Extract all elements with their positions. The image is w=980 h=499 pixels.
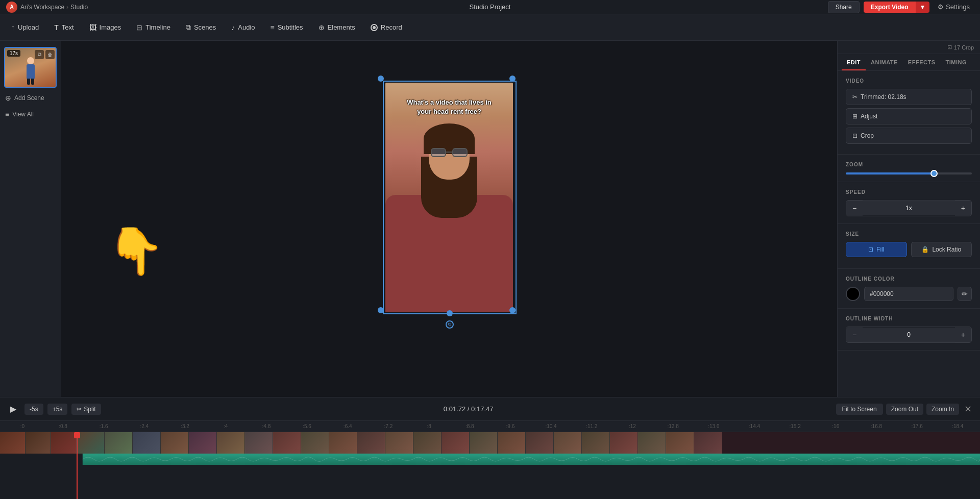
chevron-down-icon: ▼	[920, 4, 926, 11]
export-btn-group: Export Video ▼	[864, 2, 930, 13]
gear-icon: ⚙	[938, 3, 944, 11]
outline-color-swatch[interactable]	[846, 287, 860, 301]
eyedropper-button[interactable]: ✏	[958, 287, 972, 301]
lock-ratio-button[interactable]: 🔒 Lock Ratio	[911, 242, 972, 257]
figure-head	[27, 57, 34, 64]
subtitles-button[interactable]: ≡ Subtitles	[263, 19, 310, 36]
split-button[interactable]: ✂ Split	[71, 404, 101, 415]
ruler-mark: :11.2	[571, 423, 612, 429]
images-button[interactable]: 🖼 Images	[82, 19, 129, 36]
workspace-link[interactable]: Ari's Workspace	[20, 4, 64, 11]
settings-button[interactable]: ⚙ Settings	[934, 1, 974, 13]
zoom-out-button[interactable]: Zoom Out	[886, 404, 923, 415]
tab-animate[interactable]: ANIMATE	[866, 54, 903, 70]
toolbar: ↑ Upload T Text 🖼 Images ⊟ Timeline ⧉ Sc…	[0, 14, 980, 41]
view-all-button[interactable]: ≡ View All	[4, 108, 57, 120]
resize-handle-tr[interactable]	[509, 76, 516, 82]
ruler-mark: :8	[409, 423, 450, 429]
export-video-button[interactable]: Export Video	[864, 2, 916, 13]
fit-to-screen-button[interactable]: Fit to Screen	[836, 404, 883, 415]
timeline-button[interactable]: ⊟ Timeline	[129, 19, 178, 36]
tab-timing[interactable]: TIMING	[940, 54, 972, 70]
text-button[interactable]: T Text	[47, 19, 81, 36]
timeline-area: ▶ -5s +5s ✂ Split 0:01.72 / 0:17.47 Fit …	[0, 397, 980, 499]
ruler-mark: :10.4	[531, 423, 572, 429]
scenes-icon: ⧉	[186, 23, 191, 32]
ruler-mark: :9.6	[490, 423, 531, 429]
timeline-zoom-controls: Fit to Screen Zoom Out Zoom In ✕	[836, 404, 974, 415]
fill-button[interactable]: ⊡ Fill	[846, 242, 907, 257]
ruler-mark: :12.8	[653, 423, 694, 429]
timeline-close-button[interactable]: ✕	[962, 404, 974, 415]
ruler-mark: :5.6	[287, 423, 328, 429]
add-scene-button[interactable]: ⊕ Add Scene	[4, 92, 57, 104]
play-button[interactable]: ▶	[6, 402, 20, 416]
elements-button[interactable]: ⊕ Elements	[311, 19, 362, 36]
outline-width-decrease-button[interactable]: −	[846, 327, 863, 342]
ruler-mark: :15.2	[775, 423, 816, 429]
video-element[interactable]: What's a video that lives in your head r…	[385, 83, 513, 312]
resize-handle-bl[interactable]	[378, 307, 384, 313]
ruler-mark: :4	[205, 423, 246, 429]
tab-effects[interactable]: EFFECTS	[903, 54, 941, 70]
plus-5s-button[interactable]: +5s	[47, 404, 68, 415]
ruler-mark: :12	[612, 423, 653, 429]
zoom-in-button[interactable]: Zoom In	[926, 404, 959, 415]
ruler-mark: :18.4	[937, 423, 978, 429]
lock-icon: 🔒	[921, 246, 929, 253]
waveform-track	[0, 454, 980, 465]
ruler-mark: :0	[2, 423, 43, 429]
crop-label: 17 Crop	[954, 44, 974, 51]
playhead[interactable]	[77, 432, 78, 499]
zoom-slider-container	[846, 172, 972, 174]
size-section: SIZE ⊡ Fill 🔒 Lock Ratio	[838, 224, 980, 269]
left-sidebar: 17s ⧉ 🗑 ⊕ Add Scene	[0, 41, 61, 397]
eyedropper-icon: ✏	[962, 290, 968, 298]
svg-rect-1	[83, 454, 980, 465]
scene-copy-button[interactable]: ⧉	[35, 50, 44, 59]
scenes-button[interactable]: ⧉ Scenes	[179, 19, 223, 36]
zoom-thumb[interactable]	[930, 170, 938, 177]
video-track[interactable]	[0, 432, 980, 454]
resize-handle-tl[interactable]	[378, 76, 384, 82]
rotate-handle[interactable]: ↻	[446, 320, 454, 329]
zoom-slider[interactable]	[846, 172, 972, 174]
share-button[interactable]: Share	[828, 1, 860, 13]
adjust-button[interactable]: ⊞ Adjust	[846, 108, 972, 124]
canvas-area: 👇	[61, 41, 837, 397]
tab-edit[interactable]: EDIT	[842, 54, 866, 70]
upload-button[interactable]: ↑ Upload	[4, 19, 46, 36]
scene-figure	[27, 57, 35, 85]
zoom-section-title: ZOOM	[846, 162, 972, 167]
zoom-section: ZOOM	[838, 155, 980, 182]
video-text-overlay: What's a video that lives in your head r…	[385, 98, 513, 116]
export-dropdown-button[interactable]: ▼	[916, 2, 930, 13]
ruler-mark: :3.2	[165, 423, 206, 429]
images-icon: 🖼	[89, 23, 96, 32]
fill-icon: ⊡	[868, 246, 873, 253]
timeline-controls: ▶ -5s +5s ✂ Split 0:01.72 / 0:17.47 Fit …	[0, 397, 980, 421]
speed-decrease-button[interactable]: −	[846, 201, 863, 216]
audio-button[interactable]: ♪ Audio	[224, 19, 262, 36]
outline-color-section: OUTLINE COLOR #000000 ✏	[838, 269, 980, 309]
outline-color-hex[interactable]: #000000	[864, 287, 953, 301]
minus-5s-button[interactable]: -5s	[24, 404, 43, 415]
trimmed-button[interactable]: ✂ Trimmed: 02.18s	[846, 89, 972, 105]
outline-width-increase-button[interactable]: +	[955, 327, 971, 342]
play-icon: ▶	[10, 404, 16, 414]
figure-body	[27, 64, 35, 79]
scene-delete-button[interactable]: 🗑	[45, 50, 55, 59]
scissors-icon: ✂	[77, 406, 82, 413]
record-button[interactable]: Record	[363, 19, 409, 35]
ruler-mark: :2.4	[124, 423, 165, 429]
add-scene-icon: ⊕	[5, 94, 11, 102]
right-panel: ⊡ 17 Crop EDIT ANIMATE EFFECTS TIMING VI…	[837, 41, 980, 397]
audio-icon: ♪	[231, 23, 235, 32]
crop-button[interactable]: ⊡ Crop	[846, 128, 972, 144]
speed-increase-button[interactable]: +	[955, 201, 971, 216]
ruler-mark: :7.2	[368, 423, 409, 429]
speed-control: − 1x +	[846, 200, 972, 216]
thumbs-down-emoji[interactable]: 👇	[107, 224, 164, 278]
scene-thumbnail[interactable]: 17s ⧉ 🗑	[4, 47, 57, 88]
crop-icon-header: ⊡	[947, 44, 952, 51]
